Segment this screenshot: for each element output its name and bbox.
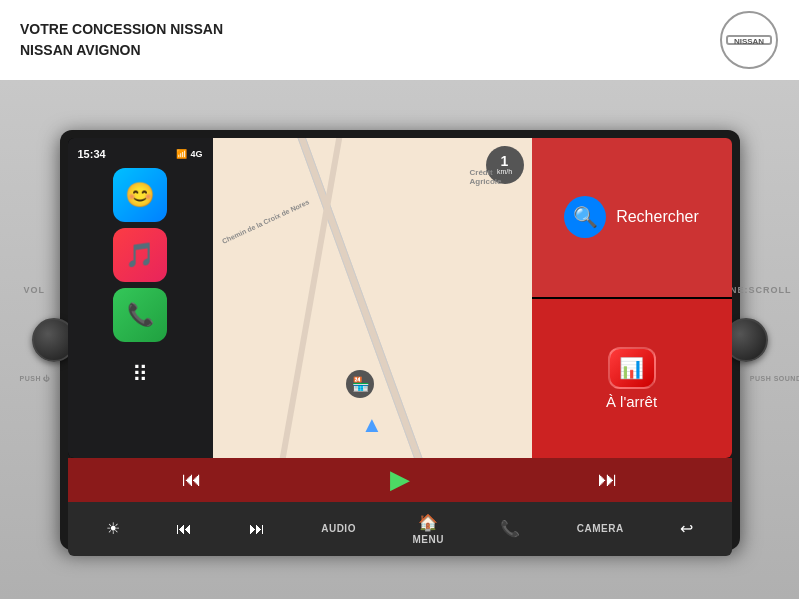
vol-label: VOL: [24, 285, 46, 295]
music-bars-icon: 📊: [608, 347, 656, 389]
map-location-pin: 🏪: [346, 370, 374, 398]
svg-text:NISSAN: NISSAN: [734, 37, 764, 46]
network-type: 4G: [190, 149, 202, 159]
rewind-button[interactable]: ⏮: [182, 468, 202, 491]
play-button[interactable]: ▶: [390, 464, 410, 495]
speed-value: 1: [501, 154, 509, 168]
map-label-credit-agricole: CréditAgricole: [469, 168, 501, 186]
back-icon: ↩: [680, 519, 693, 538]
home-icon: 🏠: [418, 513, 438, 532]
audio-label: AUDIO: [321, 523, 356, 534]
grid-icon[interactable]: ⠿: [113, 348, 167, 402]
screen-bezel: VOL PUSH ⏻ TUNE:SCROLL PUSH SOUND 15:34 …: [60, 130, 740, 550]
now-playing-label: À l'arrêt: [606, 393, 657, 410]
map-road-secondary: [253, 138, 370, 458]
push-power-label: PUSH ⏻: [20, 375, 51, 382]
time-display: 15:34: [78, 148, 106, 160]
back-button[interactable]: ↩: [672, 517, 701, 540]
next-track-icon: ⏭: [249, 520, 265, 538]
carplay-screen: 15:34 📶 4G 😊 🎵: [68, 138, 732, 458]
waze-row: 😊: [74, 168, 207, 222]
phone-button[interactable]: 📞: [492, 517, 528, 540]
status-bar: 15:34 📶 4G: [74, 146, 207, 162]
audio-button[interactable]: AUDIO: [313, 521, 364, 536]
right-panel: 🔍 Rechercher 📊 À l'arrêt: [532, 138, 732, 458]
grid-symbol-icon: ⠿: [132, 362, 148, 388]
bars-symbol: 📊: [619, 356, 644, 380]
search-icon: 🔍: [573, 205, 598, 229]
phone-icon[interactable]: 📞: [113, 288, 167, 342]
grid-row: ⠿: [74, 348, 207, 402]
search-circle-icon: 🔍: [564, 196, 606, 238]
nissan-logo: NISSAN: [719, 10, 779, 70]
camera-button[interactable]: CAMERA: [569, 521, 632, 536]
media-controls-bar: ⏮ ▶ ⏭: [68, 458, 732, 502]
phone-call-icon: 📞: [500, 519, 520, 538]
menu-button[interactable]: 🏠 MENU: [404, 511, 451, 547]
brightness-icon: ☀: [106, 519, 120, 538]
music-row: 🎵: [74, 228, 207, 282]
dealer-info: VOTRE CONCESSION NISSAN NISSAN AVIGNON: [20, 19, 223, 61]
signal-info: 📶 4G: [176, 149, 202, 159]
fast-forward-button[interactable]: ⏭: [598, 468, 618, 491]
waze-symbol: 😊: [125, 181, 155, 209]
map-background: 1 km/h CréditAgricole Chemin de la Croix…: [213, 138, 532, 458]
music-note-icon: 🎵: [125, 241, 155, 269]
push-sound-label: PUSH SOUND: [750, 375, 799, 382]
brightness-button[interactable]: ☀: [98, 517, 128, 540]
phone-row: 📞: [74, 288, 207, 342]
search-button[interactable]: 🔍 Rechercher: [532, 138, 732, 297]
music-icon[interactable]: 🎵: [113, 228, 167, 282]
navigation-arrow: ▲: [361, 412, 383, 438]
pin-icon: 🏪: [352, 376, 369, 392]
left-panel: 15:34 📶 4G 😊 🎵: [68, 138, 213, 458]
bottom-controls: ☀ ⏮ ⏭ AUDIO 🏠 MENU 📞 CAMERA ↩: [68, 502, 732, 556]
prev-track-icon: ⏮: [176, 520, 192, 538]
map-label-chemin: Chemin de la Croix de Nores: [220, 198, 309, 245]
next-track-button[interactable]: ⏭: [241, 518, 273, 540]
camera-label: CAMERA: [577, 523, 624, 534]
header: VOTRE CONCESSION NISSAN NISSAN AVIGNON N…: [0, 0, 799, 80]
phone-symbol-icon: 📞: [127, 302, 154, 328]
prev-track-button[interactable]: ⏮: [168, 518, 200, 540]
menu-label: MENU: [412, 534, 443, 545]
now-playing-button[interactable]: 📊 À l'arrêt: [532, 299, 732, 458]
car-display: VOL PUSH ⏻ TUNE:SCROLL PUSH SOUND 15:34 …: [0, 80, 799, 599]
map-area: 1 km/h CréditAgricole Chemin de la Croix…: [213, 138, 532, 458]
search-label: Rechercher: [616, 208, 699, 226]
dealer-line1: VOTRE CONCESSION NISSAN: [20, 19, 223, 40]
waze-icon[interactable]: 😊: [113, 168, 167, 222]
dealer-line2: NISSAN AVIGNON: [20, 40, 223, 61]
map-road-main: [247, 138, 473, 458]
signal-bars-icon: 📶: [176, 149, 187, 159]
